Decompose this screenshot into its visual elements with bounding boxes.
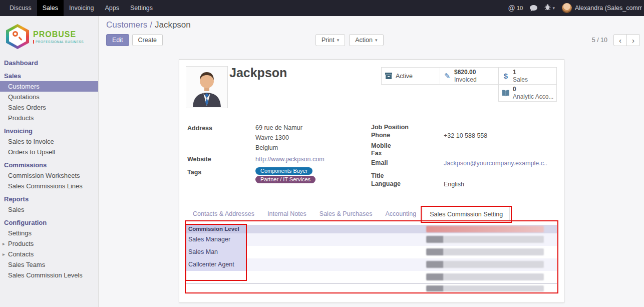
app-logo: PROBUSE PROFESSIONAL BUSINESS xyxy=(0,16,98,55)
sidebar-item-quotations[interactable]: Quotations xyxy=(0,92,98,102)
logo-title: PROBUSE xyxy=(33,30,84,39)
magnifier-icon xyxy=(13,31,18,37)
breadcrumb-customers[interactable]: Customers xyxy=(106,20,147,30)
topbar: Discuss Sales Invoicing Apps Settings @ … xyxy=(0,0,644,16)
commission-level-cell[interactable]: Sales Man xyxy=(186,246,247,258)
pager: 5 / 10 ‹ › xyxy=(592,34,640,46)
sidebar-nav: Dashboard Sales Customers Quotations Sal… xyxy=(0,58,98,280)
stat-label: Analytic Acco... xyxy=(513,93,553,101)
sidebar-section-sales[interactable]: Sales xyxy=(0,71,98,81)
table-row[interactable] xyxy=(186,271,557,283)
commission-level-cell[interactable]: Sales Manager xyxy=(186,233,247,246)
breadcrumb-current: Jackpson xyxy=(155,20,191,30)
archive-icon xyxy=(382,72,396,80)
action-menu-button[interactable]: Action ▾ xyxy=(349,34,383,46)
stat-button-analytic-accounts[interactable]: 0 Analytic Acco... xyxy=(498,84,557,102)
sidebar-item-sales-teams[interactable]: Sales Teams xyxy=(0,259,98,270)
tag-components-buyer[interactable]: Components Buyer xyxy=(255,167,312,175)
person-avatar-icon xyxy=(187,67,227,107)
menu-settings[interactable]: Settings xyxy=(125,0,158,16)
print-menu-button[interactable]: Print ▾ xyxy=(315,34,345,46)
sidebar-item-config-products[interactable]: ▸ Products xyxy=(0,238,98,249)
stat-label: Active xyxy=(396,73,413,80)
language-value: English xyxy=(444,181,464,188)
table-row[interactable]: Callcenter Agent xyxy=(186,258,557,271)
commission-table: Commission Level Sales Manager Sales Man… xyxy=(186,225,557,292)
user-avatar xyxy=(562,3,572,13)
email-link[interactable]: Jackpson@yourcompany.example.c.. xyxy=(444,160,547,167)
app-menu: Discuss Sales Invoicing Apps Settings xyxy=(0,0,158,16)
sidebar-section-configuration[interactable]: Configuration xyxy=(0,217,98,228)
fax-label: Fax xyxy=(371,150,382,157)
dollar-icon: $ xyxy=(499,72,513,80)
tags-label: Tags xyxy=(187,169,201,176)
expand-arrow-icon: ▸ xyxy=(3,250,5,258)
screen: Discuss Sales Invoicing Apps Settings @ … xyxy=(0,0,644,307)
sidebar-item-products[interactable]: Products xyxy=(0,113,98,123)
topbar-right: @ 10 ▾ Alexandra (Sales_comm.. xyxy=(508,3,644,13)
form-buttons: Edit Create xyxy=(106,34,163,46)
sidebar-item-sales-commissions-lines[interactable]: Sales Commissions Lines xyxy=(0,181,98,191)
commission-level-cell[interactable]: Callcenter Agent xyxy=(186,258,247,271)
website-link[interactable]: http://www.jackpson.com xyxy=(255,156,325,163)
sidebar: PROBUSE PROFESSIONAL BUSINESS Dashboard … xyxy=(0,16,99,307)
menu-discuss[interactable]: Discuss xyxy=(4,0,37,16)
at-icon: @ xyxy=(508,4,515,12)
tag-partner-it-services[interactable]: Partner / IT Services xyxy=(255,176,315,183)
sidebar-item-sales-orders[interactable]: Sales Orders xyxy=(0,102,98,113)
email-label: Email xyxy=(371,159,388,166)
menu-invoicing[interactable]: Invoicing xyxy=(64,0,99,16)
stat-button-active[interactable]: Active xyxy=(381,67,440,85)
sidebar-item-orders-to-upsell[interactable]: Orders to Upsell xyxy=(0,147,98,157)
stat-label: Sales xyxy=(513,76,528,84)
tab-internal-notes[interactable]: Internal Notes xyxy=(261,206,313,221)
redacted-cell xyxy=(426,273,544,280)
pencil-icon: ✎ xyxy=(440,72,454,81)
address-label: Address xyxy=(187,125,212,132)
chat-icon[interactable] xyxy=(530,5,537,12)
website-label: Website xyxy=(187,156,211,163)
tab-accounting[interactable]: Accounting xyxy=(379,206,423,221)
sidebar-item-sales-commission-levels[interactable]: Sales Commission Levels xyxy=(0,270,98,280)
sidebar-section-commissions[interactable]: Commissions xyxy=(0,160,98,170)
column-header-commission-level[interactable]: Commission Level xyxy=(186,225,247,233)
sidebar-item-dashboard[interactable]: Dashboard xyxy=(0,58,98,68)
record-title: Jackpson xyxy=(229,66,287,80)
main-content: Customers/Jackpson Edit Create Print ▾ A… xyxy=(99,16,644,307)
menu-apps[interactable]: Apps xyxy=(99,0,125,16)
table-header-row: Commission Level xyxy=(186,225,557,233)
redacted-cell xyxy=(426,248,544,255)
mentions-counter[interactable]: @ 10 xyxy=(508,4,523,12)
tab-contacts-addresses[interactable]: Contacts & Addresses xyxy=(186,206,261,221)
sidebar-section-invoicing[interactable]: Invoicing xyxy=(0,126,98,136)
sidebar-item-sales-to-invoice[interactable]: Sales to Invoice xyxy=(0,136,98,147)
bug-icon xyxy=(544,4,551,13)
stat-value: 0 xyxy=(513,86,553,93)
stat-value: $620.00 xyxy=(454,69,477,76)
sidebar-item-commission-worksheets[interactable]: Commission Worksheets xyxy=(0,170,98,181)
stat-button-invoiced[interactable]: ✎ $620.00 Invoiced xyxy=(440,67,499,85)
sidebar-item-customers[interactable]: Customers xyxy=(0,81,98,92)
tab-sales-commission-setting[interactable]: Sales Commission Setting xyxy=(423,206,510,221)
sidebar-item-label: Contacts xyxy=(8,250,34,258)
table-row[interactable]: Sales Man xyxy=(186,246,557,258)
user-menu[interactable]: Alexandra (Sales_comm.. xyxy=(562,3,642,13)
debug-menu[interactable]: ▾ xyxy=(544,4,555,13)
sidebar-item-config-settings[interactable]: Settings xyxy=(0,228,98,238)
sidebar-item-reports-sales[interactable]: Sales xyxy=(0,204,98,215)
pager-next-button[interactable]: › xyxy=(626,34,640,46)
table-row[interactable]: Sales Manager xyxy=(186,233,557,246)
caret-down-icon: ▾ xyxy=(552,6,555,11)
sidebar-item-config-contacts[interactable]: ▸ Contacts xyxy=(0,249,98,259)
edit-button[interactable]: Edit xyxy=(106,34,129,46)
mention-count: 10 xyxy=(517,5,523,11)
create-button[interactable]: Create xyxy=(132,34,163,46)
menu-sales[interactable]: Sales xyxy=(37,0,64,16)
table-footer-row xyxy=(186,284,557,292)
stat-button-sales[interactable]: $ 1 Sales xyxy=(498,67,557,85)
tab-sales-purchases[interactable]: Sales & Purchases xyxy=(313,206,379,221)
pager-previous-button[interactable]: ‹ xyxy=(613,34,627,46)
customer-photo[interactable] xyxy=(186,66,228,108)
sidebar-section-reports[interactable]: Reports xyxy=(0,194,98,204)
phone-label: Phone xyxy=(371,132,390,139)
